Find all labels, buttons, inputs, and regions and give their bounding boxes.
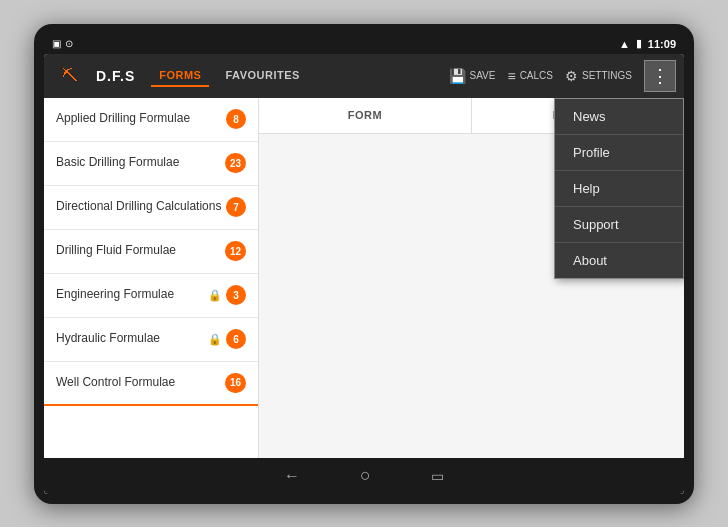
settings-label: SETTINGS	[582, 70, 632, 81]
sidebar-badge: 23	[225, 153, 246, 173]
sidebar-badge: 6	[226, 329, 246, 349]
sidebar: Applied Drilling Formulae 8 Basic Drilli…	[44, 98, 259, 458]
calcs-button[interactable]: ≡ CALCS	[507, 68, 553, 84]
more-menu-button[interactable]: ⋮	[644, 60, 676, 92]
sidebar-item-label: Applied Drilling Formulae	[56, 111, 226, 127]
calcs-icon: ≡	[507, 68, 515, 84]
menu-item-help[interactable]: Help	[555, 171, 683, 207]
sidebar-badge: 8	[226, 109, 246, 129]
save-icon: 💾	[449, 68, 466, 84]
wifi-icon: ▲	[619, 38, 630, 50]
badge-lock-container: 🔒 6	[208, 329, 246, 349]
sidebar-item-engineering[interactable]: Engineering Formulae 🔒 3	[44, 274, 258, 318]
sidebar-item-label: Basic Drilling Formulae	[56, 155, 225, 171]
column-form: FORM	[259, 98, 472, 133]
menu-item-support[interactable]: Support	[555, 207, 683, 243]
sidebar-item-applied-drilling[interactable]: Applied Drilling Formulae 8	[44, 98, 258, 142]
lock-icon: 🔒	[208, 333, 222, 346]
status-bar: ▣ ⊙ ▲ ▮ 11:09	[44, 34, 684, 54]
notification-icon: ⊙	[65, 38, 73, 49]
main-content: Applied Drilling Formulae 8 Basic Drilli…	[44, 98, 684, 458]
status-left-icons: ▣ ⊙	[52, 38, 73, 49]
tab-favourites[interactable]: FAVOURITES	[217, 65, 307, 87]
settings-button[interactable]: ⚙ SETTINGS	[565, 68, 632, 84]
app-bar: ⛏ D.F.S FORMS FAVOURITES 💾 SAVE ≡ CALCS …	[44, 54, 684, 98]
back-button[interactable]: ←	[284, 467, 300, 485]
sidebar-item-label: Directional Drilling Calculations	[56, 199, 226, 215]
toolbar-actions: 💾 SAVE ≡ CALCS ⚙ SETTINGS ⋮	[449, 60, 676, 92]
recents-button[interactable]: ▭	[431, 468, 444, 484]
sidebar-item-label: Drilling Fluid Formulae	[56, 243, 225, 259]
sidebar-item-label: Hydraulic Formulae	[56, 331, 208, 347]
tablet-screen: ⛏ D.F.S FORMS FAVOURITES 💾 SAVE ≡ CALCS …	[44, 54, 684, 494]
drill-tower-icon: ⛏	[62, 67, 78, 85]
sidebar-badge: 16	[225, 373, 246, 393]
save-label: SAVE	[470, 70, 496, 81]
battery-icon: ▮	[636, 37, 642, 50]
dropdown-menu: News Profile Help Support About	[554, 98, 684, 279]
sidebar-item-basic-drilling[interactable]: Basic Drilling Formulae 23	[44, 142, 258, 186]
menu-item-news[interactable]: News	[555, 99, 683, 135]
sidebar-badge: 12	[225, 241, 246, 261]
app-title: D.F.S	[96, 68, 135, 84]
calcs-label: CALCS	[520, 70, 553, 81]
tab-forms[interactable]: FORMS	[151, 65, 209, 87]
tablet-status-icon: ▣	[52, 38, 61, 49]
sidebar-badge: 3	[226, 285, 246, 305]
sidebar-item-drilling-fluid[interactable]: Drilling Fluid Formulae 12	[44, 230, 258, 274]
lock-icon: 🔒	[208, 289, 222, 302]
save-button[interactable]: 💾 SAVE	[449, 68, 496, 84]
sidebar-item-hydraulic[interactable]: Hydraulic Formulae 🔒 6	[44, 318, 258, 362]
sidebar-item-well-control[interactable]: Well Control Formulae 16	[44, 362, 258, 406]
sidebar-item-directional-drilling[interactable]: Directional Drilling Calculations 7	[44, 186, 258, 230]
badge-lock-container: 🔒 3	[208, 285, 246, 305]
status-right-icons: ▲ ▮ 11:09	[619, 37, 676, 50]
menu-item-about[interactable]: About	[555, 243, 683, 278]
sidebar-badge: 7	[226, 197, 246, 217]
home-button[interactable]: ○	[360, 465, 371, 486]
settings-icon: ⚙	[565, 68, 578, 84]
clock: 11:09	[648, 38, 676, 50]
tablet-device: ▣ ⊙ ▲ ▮ 11:09 ⛏ D.F.S FORMS FAVOURITES 💾…	[34, 24, 694, 504]
bottom-nav: ← ○ ▭	[44, 458, 684, 494]
sidebar-item-label: Well Control Formulae	[56, 375, 225, 391]
sidebar-item-label: Engineering Formulae	[56, 287, 208, 303]
menu-item-profile[interactable]: Profile	[555, 135, 683, 171]
app-logo: ⛏	[52, 58, 88, 94]
content-area: FORM METHOD News Profile Help Support Ab…	[259, 98, 684, 458]
